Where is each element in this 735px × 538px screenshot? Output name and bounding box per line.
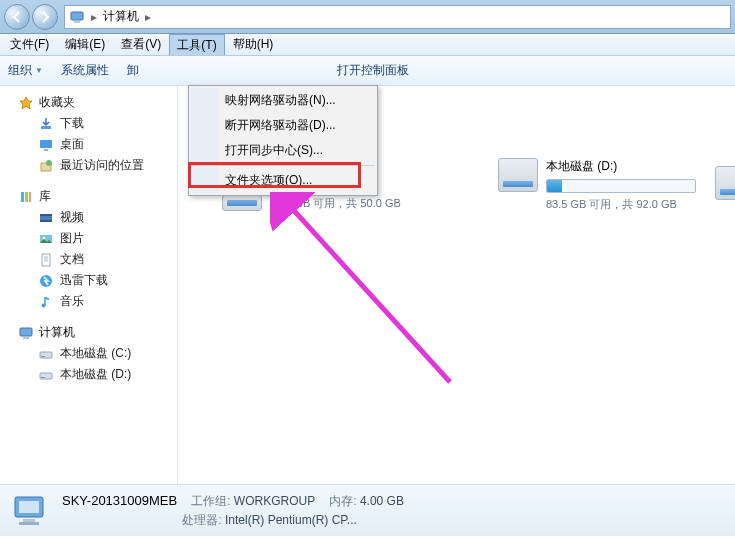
svg-rect-8: [21, 192, 24, 202]
drive-c-partial: 38.9 GB 可用，共 50.0 GB: [222, 194, 401, 211]
menu-file[interactable]: 文件(F): [2, 34, 57, 55]
svg-rect-27: [41, 377, 45, 378]
sidebar-item-label: 文档: [60, 251, 84, 268]
menu-view[interactable]: 查看(V): [113, 34, 169, 55]
computer-icon: [18, 325, 34, 341]
status-workgroup-value: WORKGROUP: [234, 494, 315, 508]
drive-d-usage-fill: [547, 180, 562, 192]
svg-rect-12: [40, 214, 52, 216]
svg-rect-22: [20, 328, 32, 336]
sidebar-item-label: 本地磁盘 (C:): [60, 345, 131, 362]
nav-back-button[interactable]: [4, 4, 30, 30]
music-icon: [38, 294, 54, 310]
svg-rect-32: [23, 519, 35, 522]
svg-rect-31: [19, 501, 39, 513]
status-cpu-value: Intel(R) Pentium(R) CP...: [225, 513, 357, 527]
drive-c-free-text: 38.9 GB 可用，共 50.0 GB: [270, 196, 401, 211]
dd-folder-options[interactable]: 文件夹选项(O)...: [191, 168, 375, 193]
address-bar[interactable]: ▸ 计算机 ▸: [64, 5, 731, 29]
drive-icon: [498, 158, 538, 192]
dd-open-sync-center[interactable]: 打开同步中心(S)...: [191, 138, 375, 163]
sidebar-libraries-header[interactable]: 库: [0, 186, 177, 207]
drive-d-item[interactable]: 本地磁盘 (D:) 83.5 GB 可用，共 92.0 GB: [498, 158, 696, 212]
svg-rect-5: [44, 149, 48, 151]
svg-rect-13: [40, 220, 52, 222]
drive-partial-right[interactable]: [715, 166, 735, 200]
svg-point-21: [42, 303, 46, 307]
status-computer-name: SKY-20131009MEB: [62, 493, 177, 510]
desktop-icon: [38, 137, 54, 153]
svg-rect-4: [40, 140, 52, 148]
sidebar-item-label: 图片: [60, 230, 84, 247]
status-memory-label: 内存:: [329, 494, 356, 508]
cmd-organize-label: 组织: [8, 62, 32, 79]
breadcrumb-root[interactable]: 计算机: [103, 8, 139, 25]
svg-rect-25: [41, 356, 45, 357]
sidebar-item-videos[interactable]: 视频: [0, 207, 177, 228]
drive-icon: [38, 346, 54, 362]
sidebar-item-recent[interactable]: 最近访问的位置: [0, 155, 177, 176]
svg-rect-24: [40, 352, 52, 358]
sidebar-item-label: 桌面: [60, 136, 84, 153]
svg-marker-2: [20, 97, 32, 109]
drive-icon: [38, 367, 54, 383]
breadcrumb-separator: ▸: [143, 10, 153, 24]
arrow-right-icon: [39, 11, 51, 23]
status-memory-value: 4.00 GB: [360, 494, 404, 508]
sidebar-favorites-header[interactable]: 收藏夹: [0, 92, 177, 113]
arrow-left-icon: [11, 11, 23, 23]
sidebar-item-downloads[interactable]: 下载: [0, 113, 177, 134]
svg-point-7: [46, 160, 52, 166]
sidebar-item-documents[interactable]: 文档: [0, 249, 177, 270]
sidebar-item-label: 本地磁盘 (D:): [60, 366, 131, 383]
breadcrumb-separator: ▸: [89, 10, 99, 24]
sidebar-item-pictures[interactable]: 图片: [0, 228, 177, 249]
menu-help[interactable]: 帮助(H): [225, 34, 282, 55]
sidebar-libraries-label: 库: [39, 188, 51, 205]
svg-rect-10: [29, 192, 31, 202]
dd-map-network-drive[interactable]: 映射网络驱动器(N)...: [191, 88, 375, 113]
sidebar-favorites-label: 收藏夹: [39, 94, 75, 111]
video-icon: [38, 210, 54, 226]
computer-large-icon: [10, 490, 52, 532]
svg-rect-23: [23, 337, 29, 339]
drive-icon: [715, 166, 735, 200]
details-pane: SKY-20131009MEB 工作组: WORKGROUP 内存: 4.00 …: [0, 484, 735, 536]
tools-dropdown: 映射网络驱动器(N)... 断开网络驱动器(D)... 打开同步中心(S)...…: [188, 85, 378, 196]
menu-tools[interactable]: 工具(T): [169, 34, 224, 55]
dd-disconnect-network-drive[interactable]: 断开网络驱动器(D)...: [191, 113, 375, 138]
menu-bar: 文件(F) 编辑(E) 查看(V) 工具(T) 帮助(H): [0, 34, 735, 56]
download-icon: [38, 116, 54, 132]
sidebar-item-xunlei[interactable]: 迅雷下载: [0, 270, 177, 291]
nav-forward-button[interactable]: [32, 4, 58, 30]
nav-buttons: [4, 4, 58, 30]
menu-edit[interactable]: 编辑(E): [57, 34, 113, 55]
svg-rect-33: [19, 522, 39, 525]
dd-separator: [191, 165, 375, 166]
library-icon: [18, 189, 34, 205]
recent-icon: [38, 158, 54, 174]
sidebar-item-drive-d[interactable]: 本地磁盘 (D:): [0, 364, 177, 385]
chevron-down-icon: ▼: [35, 66, 43, 75]
sidebar-item-label: 下载: [60, 115, 84, 132]
drive-icon: [222, 195, 262, 211]
command-bar: 组织 ▼ 系统属性 卸 打开控制面板: [0, 56, 735, 86]
cmd-organize[interactable]: 组织 ▼: [8, 62, 43, 79]
sidebar-item-music[interactable]: 音乐: [0, 291, 177, 312]
svg-rect-0: [71, 12, 83, 20]
cmd-control-panel[interactable]: 打开控制面板: [337, 62, 409, 79]
drive-d-name: 本地磁盘 (D:): [546, 158, 696, 175]
sidebar-item-desktop[interactable]: 桌面: [0, 134, 177, 155]
cmd-system-properties[interactable]: 系统属性: [61, 62, 109, 79]
cmd-uninstall[interactable]: 卸: [127, 62, 139, 79]
sidebar-item-label: 音乐: [60, 293, 84, 310]
svg-rect-3: [41, 126, 51, 129]
svg-rect-9: [25, 192, 28, 202]
drive-d-free-text: 83.5 GB 可用，共 92.0 GB: [546, 197, 696, 212]
sidebar-item-label: 视频: [60, 209, 84, 226]
drive-d-usage-bar: [546, 179, 696, 193]
navigation-pane[interactable]: 收藏夹 下载 桌面 最近访问的位置: [0, 86, 178, 484]
sidebar-item-drive-c[interactable]: 本地磁盘 (C:): [0, 343, 177, 364]
sidebar-computer-header[interactable]: 计算机: [0, 322, 177, 343]
svg-rect-1: [74, 21, 80, 23]
